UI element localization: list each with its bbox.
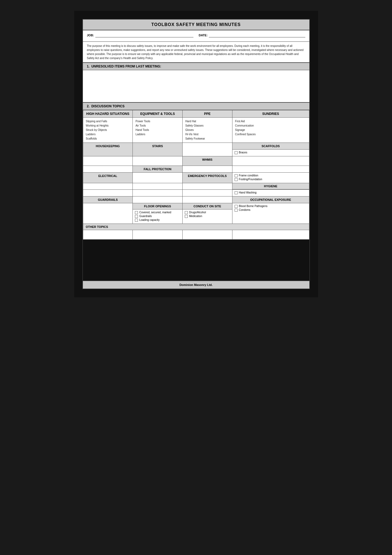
col-header-equipment: EQUIPMENT & TOOLS xyxy=(133,110,183,118)
sundries-content: First Aid Communication Signage Confined… xyxy=(232,118,309,143)
equip-empty-whmis xyxy=(133,156,183,166)
footer-company: Dominion Masonry Ltd. xyxy=(179,283,212,286)
whmis-cell: WHMIS xyxy=(182,156,232,166)
loading-item: Loading capacity xyxy=(135,218,180,222)
blood-condoms-col: Blood Borne Pathogens Condoms xyxy=(232,203,309,224)
medication-item: Medication xyxy=(185,215,230,218)
hazard-empty-whmis xyxy=(83,156,133,166)
hazard-empty-hygiene xyxy=(83,183,133,190)
hazard-content: Slipping and Falls Working at Heights St… xyxy=(83,118,133,143)
braces-checkbox[interactable] xyxy=(235,151,238,154)
equip-empty-elec xyxy=(133,173,183,183)
job-label: JOB: xyxy=(87,34,94,37)
conduct-col: CONDUCT ON SITE Drugs/Alcohol Medication xyxy=(182,203,232,224)
footing-item: Footing/Foundation xyxy=(235,178,307,181)
other-col2[interactable] xyxy=(133,230,183,240)
discussion-section: 2. DISCUSSION TOPICS HIGH HAZARD SITUATI… xyxy=(83,103,309,240)
ppe-content: Hard Hat Safety Glasses Gloves Hi-Vis Ve… xyxy=(182,118,232,143)
col-header-hazard: HIGH HAZARD SITUATIONS xyxy=(83,110,133,118)
frame-checkbox[interactable] xyxy=(235,174,238,177)
fall-protection-row: FALL PROTECTION xyxy=(83,166,309,173)
hazard-empty-fall xyxy=(83,166,133,173)
col-header-sundries: SUNDRIES xyxy=(232,110,309,118)
hazard-empty-hw xyxy=(83,190,133,196)
description-text: The purpose of this meeting is to discus… xyxy=(83,42,309,63)
guardrails-fo-checkbox[interactable] xyxy=(135,215,138,218)
other-col3[interactable] xyxy=(182,230,232,240)
handwashing-cell: Hand Washing xyxy=(232,190,309,196)
ppe-empty-fall xyxy=(182,166,232,173)
unresolved-body xyxy=(83,70,309,103)
blood-item: Blood Borne Pathogens xyxy=(235,205,307,208)
scaffolds-col: SCAFFOLDS Braces xyxy=(232,143,309,156)
handwashing-checkbox[interactable] xyxy=(235,191,238,194)
equip-empty-hygiene xyxy=(133,183,183,190)
doc-title: TOOLBOX SAFETY MEETING MINUTES xyxy=(86,22,307,27)
equip-empty-hw xyxy=(133,190,183,196)
doc-header: TOOLBOX SAFETY MEETING MINUTES xyxy=(83,20,309,30)
hygiene-col: HYGIENE xyxy=(232,183,309,190)
handwashing-item: Hand Washing xyxy=(235,191,307,194)
date-label: DATE: xyxy=(199,34,208,37)
footer: Dominion Masonry Ltd. xyxy=(83,280,309,289)
job-field[interactable] xyxy=(95,33,193,37)
other-topics-empty-row xyxy=(83,230,309,240)
frame-footing-cell: Frame condition Footing/Foundation xyxy=(232,173,309,183)
frame-condition-item: Frame condition xyxy=(235,174,307,177)
fall-protection-cell: FALL PROTECTION xyxy=(133,166,183,173)
ppe-empty-gr xyxy=(182,196,232,203)
col-header-ppe: PPE xyxy=(182,110,232,118)
topics-table: HIGH HAZARD SITUATIONS EQUIPMENT & TOOLS… xyxy=(83,110,309,240)
electrical-row: ELECTRICAL EMERGENCY PROTOCOLS Frame con… xyxy=(83,173,309,183)
sundries-empty-whmis xyxy=(232,156,309,166)
floor-openings-header: FLOOR OPENINGS xyxy=(133,203,182,209)
meta-section: JOB: DATE: xyxy=(83,30,309,42)
date-field[interactable] xyxy=(209,33,305,37)
stairs-header-cell: STAIRS xyxy=(133,143,183,156)
other-col4[interactable] xyxy=(232,230,309,240)
condoms-checkbox[interactable] xyxy=(235,209,238,212)
blood-checkbox[interactable] xyxy=(235,205,238,208)
other-col1[interactable] xyxy=(83,230,133,240)
equip-content: Power Tools Air Tools Hand Tools Ladders xyxy=(133,118,183,143)
conduct-header: CONDUCT ON SITE xyxy=(183,203,232,209)
guardrails-fo-item: Guardrails xyxy=(135,215,180,218)
footing-checkbox[interactable] xyxy=(235,178,238,181)
section1-header: 1. UNRESOLVED ITEMS FROM LAST MEETING: xyxy=(83,63,309,70)
covered-checkbox[interactable] xyxy=(135,211,138,214)
hazard-housekeeping-cell: HOUSEKEEPING xyxy=(83,143,133,156)
guardrails-row: GUARDRAILS OCCUPATIONAL EXPOSURE xyxy=(83,196,309,203)
hygiene-header: HYGIENE xyxy=(232,183,309,189)
drugs-checkbox[interactable] xyxy=(185,211,188,214)
drugs-item: Drugs/Alcohol xyxy=(185,211,230,214)
floor-openings-col: FLOOR OPENINGS Covered, secured, marked … xyxy=(133,203,183,224)
hygiene-row: HYGIENE xyxy=(83,183,309,190)
ppe-empty-row2 xyxy=(182,143,232,156)
bottom-spacer xyxy=(83,240,309,280)
handwashing-row: Hand Washing xyxy=(83,190,309,196)
hazard-empty-fo xyxy=(83,203,133,224)
braces-item: Braces xyxy=(232,150,309,156)
guardrails-cell: GUARDRAILS xyxy=(83,196,133,203)
floor-openings-row: FLOOR OPENINGS Covered, secured, marked … xyxy=(83,203,309,224)
whmis-row: WHMIS xyxy=(83,156,309,166)
medication-checkbox[interactable] xyxy=(185,215,188,218)
table-row: Slipping and Falls Working at Heights St… xyxy=(83,118,309,143)
occupational-cell: OCCUPATIONAL EXPOSURE xyxy=(232,196,309,203)
loading-checkbox[interactable] xyxy=(135,219,138,222)
other-topics-header-row: OTHER TOPICS xyxy=(83,224,309,230)
sundries-empty-fall xyxy=(232,166,309,173)
covered-item: Covered, secured, marked xyxy=(135,211,180,214)
stairs-scaffolds-row: HOUSEKEEPING STAIRS SCAFFOLDS xyxy=(83,143,309,156)
document: TOOLBOX SAFETY MEETING MINUTES JOB: DATE… xyxy=(82,19,310,289)
ppe-empty-hw xyxy=(182,190,232,196)
discussion-header: 2. DISCUSSION TOPICS xyxy=(83,103,309,110)
electrical-cell: ELECTRICAL xyxy=(83,173,133,183)
equip-empty-gr xyxy=(133,196,183,203)
emergency-cell: EMERGENCY PROTOCOLS xyxy=(182,173,232,183)
ppe-empty-hygiene xyxy=(182,183,232,190)
scaffolds-header: SCAFFOLDS xyxy=(232,143,309,150)
condoms-item: Condoms xyxy=(235,208,307,212)
